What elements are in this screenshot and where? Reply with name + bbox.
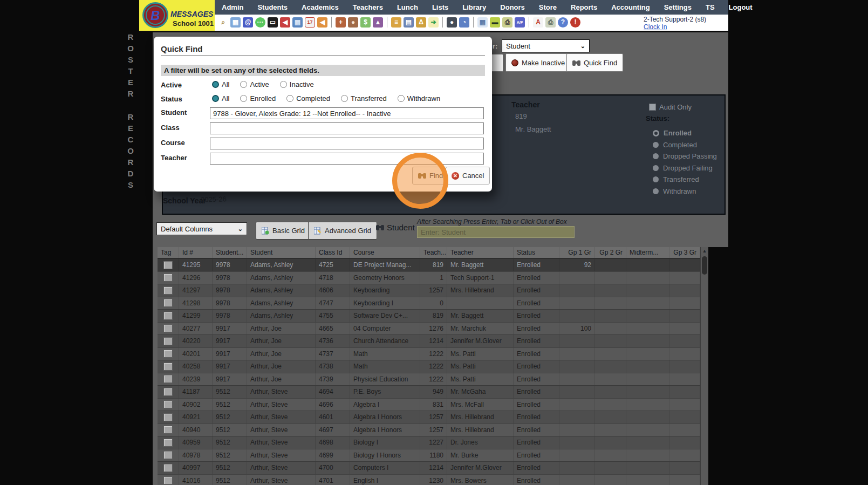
student-icon[interactable]: ● — [348, 17, 358, 28]
column-header-status[interactable]: Status — [514, 247, 559, 258]
lunch-icon[interactable]: ≡ — [391, 17, 401, 28]
row-checkbox[interactable] — [163, 375, 173, 383]
find-button[interactable]: Find — [412, 167, 449, 185]
side-status-enrolled[interactable]: Enrolled — [653, 127, 717, 139]
family-icon[interactable]: ▲ — [373, 17, 383, 28]
nav-item-store[interactable]: Store — [532, 0, 564, 15]
forward-note-icon[interactable]: ➔ — [428, 17, 439, 28]
table-row[interactable]: 409409512Arthur, Steve4697Algebra I Hono… — [158, 423, 700, 436]
radio-option-active[interactable]: Active — [240, 80, 269, 88]
clock-in-link[interactable]: Clock In — [644, 23, 706, 31]
table-row[interactable]: 412959978Adams, Ashley4725DE Project Man… — [158, 258, 700, 271]
table-row[interactable]: 410169512Arthur, Steve4701English I1230M… — [158, 474, 700, 485]
check-card-icon[interactable]: ▬ — [490, 17, 500, 28]
radio-option-inactive[interactable]: Inactive — [280, 80, 314, 88]
nav-item-academics[interactable]: Academics — [295, 0, 346, 15]
column-header-midterm-[interactable]: Midterm... — [626, 247, 669, 258]
nav-item-library[interactable]: Library — [455, 0, 493, 15]
table-row[interactable]: 402779917Arthur, Joe466504 Computer1276M… — [158, 322, 700, 335]
radio-option-completed[interactable]: Completed — [286, 94, 330, 103]
nav-item-lunch[interactable]: Lunch — [390, 0, 425, 15]
column-header-gp-3-gr[interactable]: Gp 3 Gr — [669, 247, 700, 258]
row-checkbox[interactable] — [163, 476, 173, 484]
nav-item-admin[interactable]: Admin — [215, 0, 250, 15]
basic-grid-button[interactable]: Basic Grid — [256, 222, 311, 240]
side-status-dropped-failing[interactable]: Dropped Failing — [653, 162, 717, 174]
ap-badge-icon[interactable]: A/P — [515, 17, 525, 28]
row-checkbox[interactable] — [163, 350, 173, 358]
row-checkbox[interactable] — [163, 426, 173, 434]
row-checkbox[interactable] — [163, 451, 173, 459]
nav-item-accounting[interactable]: Accounting — [604, 0, 657, 15]
column-header-student[interactable]: Student — [247, 247, 316, 258]
table-row[interactable]: 409219512Arthur, Steve4601Algebra I Hono… — [158, 411, 700, 423]
radio-option-withdrawn[interactable]: Withdrawn — [398, 94, 440, 103]
calendar-grid-icon[interactable]: ▦ — [230, 17, 241, 28]
nav-item-donors[interactable]: Donors — [493, 0, 532, 15]
row-checkbox[interactable] — [163, 299, 173, 307]
vertical-scrollbar[interactable]: ▲ — [700, 247, 708, 485]
student-field[interactable] — [210, 107, 484, 119]
nav-item-reports[interactable]: Reports — [564, 0, 604, 15]
chat-icon[interactable]: ··· — [255, 17, 265, 28]
pdf-icon[interactable]: A — [533, 17, 543, 28]
side-status-completed[interactable]: Completed — [653, 139, 717, 151]
speaker-icon[interactable]: ◀ — [280, 17, 290, 28]
column-header-teach-[interactable]: Teach... — [420, 247, 447, 258]
side-status-transferred[interactable]: Transferred — [653, 174, 717, 186]
column-header-teacher[interactable]: Teacher — [447, 247, 514, 258]
nav-item-ts[interactable]: TS — [699, 0, 722, 15]
column-header-tag[interactable]: Tag — [158, 247, 179, 258]
calendar-date-icon[interactable]: 17 — [305, 17, 315, 28]
table-row[interactable]: 409979512Arthur, Steve4700Computers I121… — [158, 461, 700, 474]
money-icon[interactable]: $ — [360, 17, 371, 28]
class-field[interactable] — [210, 122, 484, 134]
phone-icon[interactable]: ▭ — [268, 17, 278, 28]
row-checkbox[interactable] — [163, 464, 173, 472]
search-icon[interactable]: ⌕ — [218, 17, 228, 28]
row-checkbox[interactable] — [163, 413, 173, 421]
radio-option-all[interactable]: All — [212, 94, 229, 103]
table-row[interactable]: 412999978Adams, Ashley4755Software Dev C… — [158, 309, 700, 322]
scrollbar-thumb[interactable] — [702, 256, 707, 275]
table-row[interactable]: 409789512Arthur, Steve4699Biology I Hono… — [158, 449, 700, 462]
email-icon[interactable]: @ — [243, 17, 253, 28]
make-inactive-button[interactable]: Make Inactive — [505, 53, 571, 72]
table-row[interactable]: 402399917Arthur, Joe4739Physical Educati… — [158, 373, 700, 386]
radio-option-transferred[interactable]: Transferred — [341, 94, 387, 103]
advanced-grid-button[interactable]: Advanced Grid — [308, 222, 377, 240]
side-status-withdrawn[interactable]: Withdrawn — [653, 186, 717, 197]
row-checkbox[interactable] — [163, 312, 173, 320]
teacher-field[interactable] — [210, 153, 484, 165]
quick-find-button[interactable]: Quick Find — [566, 53, 623, 72]
nav-item-teachers[interactable]: Teachers — [346, 0, 390, 15]
table-row[interactable]: 412969978Adams, Ashley4718Geometry Honor… — [158, 271, 700, 284]
table-row[interactable]: 411879512Arthur, Steve4694P.E. Boys949Mr… — [158, 385, 700, 398]
spreadsheet-icon[interactable]: ▦ — [477, 17, 488, 28]
table-row[interactable]: 409029512Arthur, Steve4696Algebra I831Mr… — [158, 398, 700, 411]
row-checkbox[interactable] — [163, 337, 173, 345]
student-search-input[interactable] — [417, 226, 575, 238]
print-check-icon[interactable]: ⎙ — [502, 17, 512, 28]
row-checkbox[interactable] — [163, 388, 173, 396]
table-row[interactable]: 402589917Arthur, Joe4738Math1222Ms. Patt… — [158, 360, 700, 373]
row-checkbox[interactable] — [163, 274, 173, 282]
table-row[interactable]: 402209917Arthur, Joe4736Church Attendanc… — [158, 334, 700, 347]
column-header-gp-1-gr[interactable]: Gp 1 Gr — [559, 247, 595, 258]
nav-item-settings[interactable]: Settings — [657, 0, 699, 15]
schedule-grid-icon[interactable]: ▦ — [292, 17, 303, 28]
audit-only-checkbox[interactable] — [649, 104, 656, 111]
ledger-icon[interactable]: ▤ — [404, 17, 414, 28]
radio-option-enrolled[interactable]: Enrolled — [240, 94, 276, 103]
stop-icon[interactable]: ! — [570, 17, 580, 28]
nav-item-students[interactable]: Students — [250, 0, 295, 15]
alarm-clock-icon[interactable]: ◔ — [459, 17, 469, 28]
help-icon[interactable]: ? — [558, 17, 568, 28]
scroll-up-arrow-icon[interactable]: ▲ — [701, 247, 708, 255]
table-row[interactable]: 409599512Arthur, Steve4698Biology I1227D… — [158, 436, 700, 449]
nav-item-logout[interactable]: Logout — [722, 0, 760, 15]
announcement-icon[interactable]: ◀ — [317, 17, 327, 28]
side-status-dropped-passing[interactable]: Dropped Passing — [653, 151, 717, 162]
column-header-class-id[interactable]: Class Id — [316, 247, 350, 258]
bell-icon[interactable]: Δ — [416, 17, 426, 28]
